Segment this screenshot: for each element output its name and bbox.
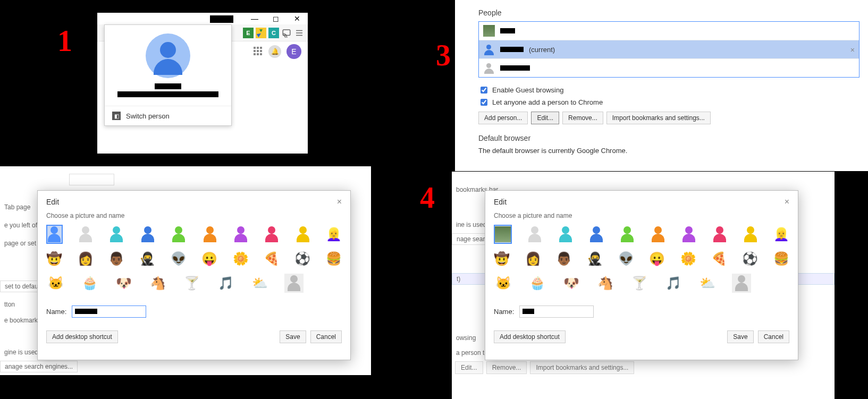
avatar-option[interactable]: 🐴 — [596, 274, 615, 293]
checkbox[interactable] — [481, 87, 487, 94]
avatar-option[interactable] — [78, 225, 94, 244]
switch-person-item[interactable]: ◧ Switch person — [105, 106, 231, 125]
add-desktop-shortcut-button[interactable]: Add desktop shortcut — [494, 330, 566, 343]
avatar-option[interactable] — [588, 225, 604, 244]
avatar-option[interactable] — [201, 225, 217, 244]
extension-icon[interactable]: E — [243, 28, 254, 38]
avatar-option[interactable]: ⚽ — [742, 249, 758, 268]
avatar-option[interactable]: 🤠 — [494, 249, 510, 268]
avatar-option[interactable]: 🧁 — [528, 274, 547, 293]
person-name-redacted — [500, 65, 530, 71]
profile-name-redacted — [210, 15, 233, 23]
avatar-option[interactable] — [527, 225, 543, 244]
minimize-button[interactable]: — — [244, 13, 265, 24]
avatar-option[interactable]: 🐴 — [148, 274, 167, 293]
avatar-grid: 👱‍♀️ 🤠👩👨🏾🥷👽😛🌼🍕⚽🍔 🐱🧁🐶🐴🍸🎵⛅ — [485, 223, 798, 302]
avatar-option[interactable]: 🧁 — [80, 274, 99, 293]
menu-icon[interactable] — [294, 28, 305, 38]
avatar-option[interactable]: 😛 — [201, 249, 217, 268]
avatar-option[interactable]: 🍸 — [182, 274, 201, 293]
avatar-option-default[interactable] — [284, 274, 304, 293]
profile-email-redacted — [117, 91, 218, 97]
avatar-option[interactable] — [233, 225, 249, 244]
avatar-option[interactable] — [294, 225, 310, 244]
apps-grid-icon[interactable] — [254, 47, 263, 56]
avatar-option[interactable] — [743, 225, 759, 244]
avatar-option[interactable] — [108, 225, 124, 244]
avatar-option[interactable]: 🍔 — [326, 249, 342, 268]
add-person-button[interactable]: Add person... — [478, 112, 528, 124]
account-avatar[interactable]: E — [286, 44, 301, 59]
avatar-option[interactable]: 🍸 — [630, 274, 649, 293]
cancel-button[interactable]: Cancel — [310, 330, 342, 343]
avatar-option[interactable]: 🎵 — [216, 274, 235, 293]
avatar-option[interactable] — [558, 225, 574, 244]
avatar-option[interactable]: 🐱 — [46, 274, 65, 293]
extension-icon-c[interactable]: C — [268, 28, 279, 38]
avatar-option[interactable]: 👽 — [618, 249, 634, 268]
avatar-option[interactable]: 🥷 — [139, 249, 155, 268]
avatar-option[interactable] — [171, 225, 187, 244]
svg-rect-3 — [283, 30, 290, 36]
avatar-option[interactable]: 👨🏾 — [556, 249, 572, 268]
cast-icon[interactable] — [281, 28, 292, 38]
avatar-option[interactable] — [264, 225, 280, 244]
import-bookmarks-button[interactable]: Import bookmarks and settings... — [606, 112, 711, 124]
person-row[interactable] — [479, 22, 859, 40]
avatar-option[interactable]: 👩 — [77, 249, 93, 268]
avatar-option[interactable]: 🐱 — [494, 274, 513, 293]
avatar-option[interactable]: 🤠 — [46, 249, 62, 268]
avatar-option[interactable]: ⛅ — [698, 274, 717, 293]
person-row-current[interactable]: (current) × — [479, 40, 859, 59]
avatar-option[interactable] — [681, 225, 697, 244]
avatar-option[interactable]: 🍕 — [264, 249, 280, 268]
avatar-option[interactable] — [140, 225, 156, 244]
save-button[interactable]: Save — [280, 330, 306, 343]
avatar-option[interactable]: 🍕 — [711, 249, 727, 268]
cancel-button[interactable]: Cancel — [758, 330, 789, 343]
add-desktop-shortcut-button[interactable]: Add desktop shortcut — [46, 330, 118, 343]
drive-icon[interactable] — [256, 28, 266, 38]
notifications-icon[interactable]: 🔔 — [268, 45, 281, 58]
remove-person-icon[interactable]: × — [850, 46, 855, 54]
person-row[interactable] — [479, 59, 859, 77]
avatar-option[interactable]: ⛅ — [250, 274, 269, 293]
avatar-option[interactable]: 👽 — [171, 249, 187, 268]
avatar-option[interactable]: 🌼 — [680, 249, 696, 268]
avatar-option[interactable]: 🥷 — [587, 249, 603, 268]
guest-browsing-checkbox[interactable]: Enable Guest browsing — [478, 85, 859, 95]
avatar-option[interactable]: 👨🏾 — [108, 249, 124, 268]
avatar-option[interactable]: 😛 — [649, 249, 665, 268]
avatar-option[interactable]: 🎵 — [664, 274, 683, 293]
dialog-close-icon[interactable]: × — [785, 197, 789, 207]
avatar-option[interactable] — [712, 225, 728, 244]
edit-person-button[interactable]: Edit... — [531, 112, 559, 124]
dialog-subtitle: Choose a picture and name — [38, 209, 350, 223]
default-browser-heading: Default browser — [478, 134, 859, 142]
dialog-close-icon[interactable]: × — [337, 197, 342, 207]
checkbox[interactable] — [481, 99, 487, 106]
close-button[interactable]: ✕ — [286, 13, 308, 24]
avatar-option[interactable]: 👱‍♀️ — [326, 225, 342, 244]
add-person-checkbox[interactable]: Let anyone add a person to Chrome — [478, 97, 859, 107]
maximize-button[interactable]: ◻ — [265, 13, 286, 24]
bg-button: Import bookmarks and settings... — [530, 361, 634, 374]
remove-person-button[interactable]: Remove... — [562, 112, 603, 124]
avatar-option[interactable] — [650, 225, 666, 244]
label-3: 3 — [436, 38, 451, 72]
label-4: 4 — [420, 181, 435, 215]
avatar-option-custom[interactable] — [494, 225, 512, 244]
avatar-thumbnail — [483, 25, 495, 37]
avatar-option[interactable] — [46, 225, 63, 244]
avatar-option[interactable]: 👱‍♀️ — [773, 225, 789, 244]
dialog-subtitle: Choose a picture and name — [485, 209, 798, 223]
avatar-option[interactable]: ⚽ — [294, 249, 310, 268]
avatar-option[interactable]: 🐶 — [114, 274, 133, 293]
avatar-option[interactable]: 🍔 — [773, 249, 789, 268]
avatar-option[interactable]: 🐶 — [562, 274, 581, 293]
save-button[interactable]: Save — [727, 330, 753, 343]
avatar-option[interactable]: 👩 — [525, 249, 541, 268]
avatar-option-default[interactable] — [732, 274, 751, 293]
avatar-option[interactable] — [619, 225, 635, 244]
avatar-option[interactable]: 🌼 — [232, 249, 248, 268]
